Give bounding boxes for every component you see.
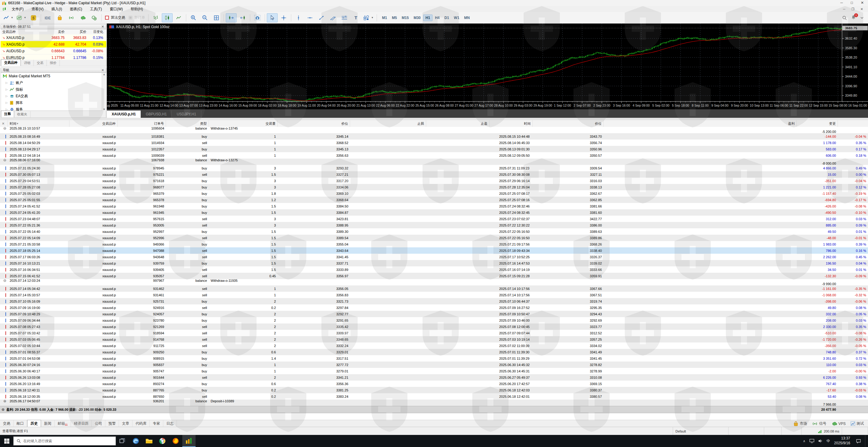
market-watch-row[interactable]: ↘XAGUSD.p42.68842.7040.03% (1, 41, 106, 48)
timeframe-h1[interactable]: H1 (423, 14, 433, 21)
toolbox-tab-日志[interactable]: 日志 (163, 420, 177, 427)
navigator-item-indicators[interactable]: ▷指标 (1, 86, 106, 93)
history-deal-row[interactable]: 2025.06.30 06:40:17xauusd.p905747buy1327… (0, 368, 868, 374)
connection-status[interactable]: 200.08 ms (802, 427, 842, 435)
quick-tool-VPS[interactable]: VPS (831, 421, 846, 426)
history-deal-row[interactable]: 2025.06.18 12:40:11xauusd.p887765buy0.23… (0, 387, 868, 393)
taskbar-search[interactable]: 在此键入进行搜索 (13, 437, 116, 446)
vertical-line-button[interactable] (293, 13, 304, 22)
history-deal-row[interactable]: 2025.07.14 05:33:57xauusd.p931461sell133… (0, 292, 868, 298)
close-button[interactable]: ✕ (861, 1, 864, 5)
chart-window-button[interactable]: ▼ (2, 13, 14, 22)
history-deal-row[interactable]: 2025.07.09 10:48:29xauusd.p924057buy2329… (0, 311, 868, 317)
ide-button[interactable]: IDE (43, 13, 54, 22)
history-deal-row[interactable]: 2025.07.21 05:33:58xauusd.p949366buy1.53… (0, 241, 868, 247)
timeframe-m15[interactable]: M15 (399, 14, 411, 21)
profile-selector[interactable]: Default (673, 427, 728, 435)
text-tool-button[interactable]: T (350, 13, 361, 22)
expand-arrow-icon[interactable]: ▷ (5, 94, 8, 97)
quotes-button[interactable]: $ (28, 13, 39, 22)
navigator-root[interactable]: Make Capital Market MT5 (1, 73, 106, 80)
minimize-button[interactable]: ─ (840, 1, 843, 5)
history-deal-row[interactable]: 2025.07.16 10:13:21xauusd.p939759buy1.53… (0, 260, 868, 266)
navigator-close-icon[interactable]: ✕ (101, 68, 104, 72)
history-deal-row[interactable]: 2025.07.16 06:34:51xauusd.p939405sell1.5… (0, 266, 868, 273)
history-deal-row[interactable]: 2025.07.25 05:02:03xauusd.p965379buy1.83… (0, 190, 868, 197)
signals-button[interactable] (66, 13, 77, 22)
timeframe-m30[interactable]: M30 (411, 14, 423, 21)
toolbox-tab-经济日历[interactable]: 经济日历 (71, 420, 92, 427)
price-chart[interactable]: 8 Aug 202511 Aug 05:0011 Aug 21:0012 Aug… (107, 24, 868, 109)
volume-tray-icon[interactable] (818, 439, 823, 443)
new-chart-button[interactable]: ▼ (15, 13, 28, 22)
history-deal-row[interactable]: 2025.07.17 06:03:26xauusd.p943648sell1.5… (0, 254, 868, 260)
chart-tab-USDJPY,H1[interactable]: USDJPY,H1 (172, 111, 201, 118)
menu-item-0[interactable]: 文件(F) (8, 6, 28, 12)
history-balance-row[interactable]: ⊕2025.06.17 04:50:07936201balanceDeposit… (0, 399, 868, 406)
menu-item-1[interactable]: 查看(V) (28, 6, 48, 12)
display-tray-icon[interactable] (809, 439, 814, 443)
history-deal-row[interactable]: 2025.08.13 04:29:17xauusd.p1012357buy133… (0, 146, 868, 152)
history-deal-row[interactable]: 2025.07.09 16:19:00xauusd.p924916sell0.2… (0, 304, 868, 311)
child-minimize-button[interactable]: ─ (843, 7, 845, 11)
chart-tab-GBPUSD,H1[interactable]: GBPUSD,H1 (141, 111, 172, 118)
taskbar-app-chrome[interactable] (156, 435, 169, 447)
history-deal-row[interactable]: 2025.07.22 05:14:40xauusd.p952997buy1.53… (0, 228, 868, 235)
vps-button[interactable] (77, 13, 88, 22)
toolbox-tab-历史[interactable]: 历史 (27, 420, 41, 427)
toolbox-tab-敞口[interactable]: 敞口 (13, 420, 27, 427)
market-watch-close-icon[interactable]: ✕ (101, 25, 104, 29)
new-order-button[interactable]: 新订单 (127, 13, 146, 22)
start-button[interactable] (0, 435, 13, 447)
toolbox-tab-预警[interactable]: 预警 (105, 420, 119, 427)
zoom-in-button[interactable] (188, 13, 199, 22)
mw-tab-详细[interactable]: 详细 (21, 60, 34, 66)
history-deal-row[interactable]: 2025.06.18 12:00:35xauusd.p887650sell0.2… (0, 393, 868, 399)
history-col-11[interactable]: 变更 (797, 120, 838, 127)
history-deal-row[interactable]: 2025.07.29 04:53:51xauusd.p971618buy3331… (0, 178, 868, 184)
chart-tab-XAUUSD.p,H1[interactable]: XAUUSD.p,H1 (107, 111, 141, 118)
timeframe-d1[interactable]: D1 (442, 14, 451, 21)
chart-shift-button[interactable] (237, 13, 248, 22)
screenshot-button[interactable] (252, 13, 263, 22)
ime-indicator[interactable]: 中 (827, 439, 830, 444)
tile-windows-button[interactable] (211, 13, 222, 22)
channel-button[interactable] (328, 13, 338, 22)
history-col-1[interactable]: 交易品种 (69, 120, 118, 127)
expand-arrow-icon[interactable]: ▷ (5, 101, 8, 104)
history-deal-row[interactable]: 2025.07.15 06:41:52xauusd.p935057sell0.4… (0, 273, 868, 279)
taskbar-app-edge[interactable] (129, 435, 143, 447)
navigator-item-experts[interactable]: ▷EA交易 (1, 93, 106, 99)
menu-item-5[interactable]: 窗口(W) (106, 6, 127, 12)
toolbox-tab-邮箱[interactable]: 邮箱11 (55, 420, 71, 427)
history-col-3[interactable]: 类型 (166, 120, 209, 127)
menu-item-3[interactable]: 图表(C) (66, 6, 86, 12)
history-col-6[interactable]: 止损 (350, 120, 426, 127)
chevron-down-icon[interactable] (860, 16, 864, 20)
maximize-button[interactable]: □ (851, 1, 853, 5)
history-deal-row[interactable]: 2025.07.07 05:33:42xauusd.p918594sell233… (0, 330, 868, 336)
shapes-button[interactable]: ▼ (362, 13, 375, 22)
trendline-button[interactable] (316, 13, 327, 22)
history-deal-row[interactable]: 2025.07.01 08:55:37xauusd.p909250buy0.63… (0, 349, 868, 355)
toolbox-tab-公司[interactable]: 公司 (92, 420, 105, 427)
zoom-out-button[interactable] (199, 13, 210, 22)
nav-tab-收藏夹[interactable]: 收藏夹 (14, 111, 30, 118)
quick-tool-市场[interactable]: 市场 (793, 421, 807, 426)
history-deal-row[interactable]: 2025.07.22 05:14:09xauusd.p952996sell1.5… (0, 235, 868, 241)
history-balance-row[interactable]: ⊖2025.08.06 07:16:001067938balanceWithdr… (0, 158, 868, 165)
fibonacci-button[interactable] (339, 13, 350, 22)
history-balance-row[interactable]: ⊖2025.08.15 10:10:571095604balanceWithdr… (0, 127, 868, 133)
mw-col-1[interactable]: 卖价 (41, 30, 65, 34)
history-deal-row[interactable]: 2025.07.25 05:01:55xauusd.p965378buy1.23… (0, 197, 868, 203)
navigator-item-scripts[interactable]: ▷脚本 (1, 99, 106, 106)
mw-tab-交易品种[interactable]: 交易品种 (1, 59, 21, 66)
scroll-down-icon[interactable]: ▼ (102, 108, 106, 111)
horizontal-splitter[interactable] (0, 118, 868, 120)
history-col-2[interactable]: 订单号 (118, 120, 166, 127)
timeframe-m1[interactable]: M1 (380, 14, 390, 21)
line-mode-button[interactable] (173, 13, 184, 22)
history-deal-row[interactable]: 2025.07.03 05:06:45xauusd.p914768sell233… (0, 336, 868, 342)
expand-arrow-icon[interactable]: ▷ (5, 88, 8, 91)
action-center-icon[interactable] (856, 439, 861, 443)
